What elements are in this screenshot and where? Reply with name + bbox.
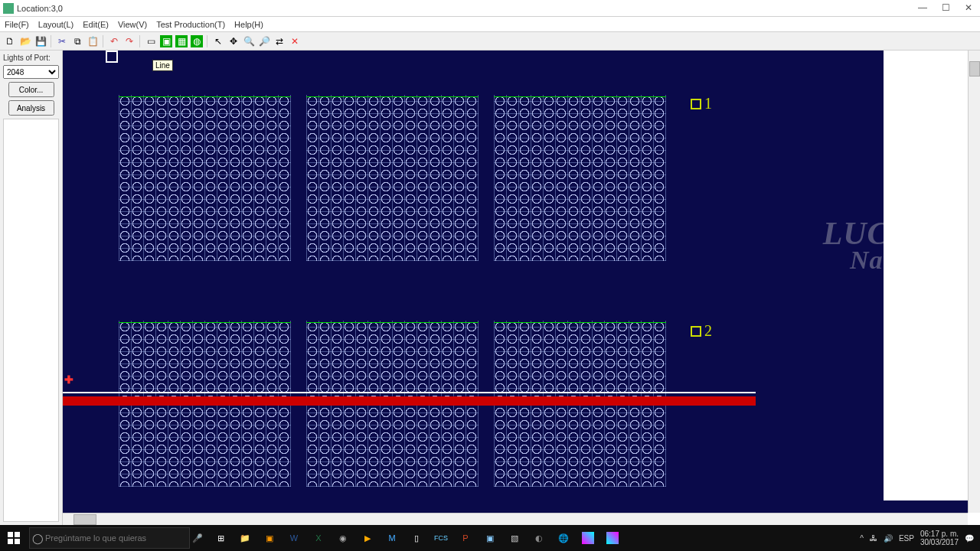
powerpoint-icon[interactable]: P <box>453 525 478 551</box>
tray-network-icon[interactable]: 🖧 <box>870 534 877 543</box>
sidebar-listbox[interactable] <box>3 119 59 522</box>
zoom-out-icon[interactable]: 🔎 <box>258 35 270 47</box>
menu-layout[interactable]: Layout(L) <box>34 18 78 31</box>
open-icon[interactable]: 📂 <box>19 35 31 47</box>
file-explorer-icon[interactable]: 📁 <box>233 525 257 551</box>
marker-number: 2 <box>704 322 712 340</box>
app-icon[interactable] <box>600 525 625 551</box>
region-marker-2[interactable]: 2 <box>691 322 712 340</box>
separator <box>51 35 52 47</box>
green-tool-2-icon[interactable]: ▦ <box>175 35 188 47</box>
led-panel-group-1 <box>119 95 666 261</box>
separator <box>139 35 141 47</box>
green-tool-3-icon[interactable]: ◍ <box>191 35 203 47</box>
app-icon[interactable]: ▶ <box>355 525 380 551</box>
cut-icon[interactable]: ✂ <box>56 35 68 47</box>
sidebar: Lights of Port: 2048 Color... Analysis <box>0 51 63 525</box>
window-title: Location:3,0 <box>17 4 911 13</box>
select-icon[interactable]: ▭ <box>145 35 157 47</box>
cortana-icon[interactable]: ◯ <box>30 533 45 544</box>
menu-test-production[interactable]: Test Production(T) <box>152 18 230 31</box>
origin-cross-icon: ✚ <box>64 373 74 386</box>
marker-square-icon <box>691 99 701 109</box>
menu-view[interactable]: View(V) <box>113 18 152 31</box>
app-icon[interactable]: ◐ <box>527 525 551 551</box>
canvas-selection-handle[interactable] <box>106 51 118 63</box>
svg-rect-0 <box>8 532 13 537</box>
taskbar: ◯ 🎤 ⊞ 📁 ▣ W X ◉ ▶ M ▯ FCS P ▣ ▧ ◐ 🌐 ^ 🖧 … <box>0 525 980 551</box>
app-icon[interactable]: ▯ <box>404 525 429 551</box>
tray-language[interactable]: ESP <box>899 534 914 543</box>
zoom-in-icon[interactable]: 🔍 <box>243 35 255 47</box>
move-icon[interactable]: ✥ <box>227 35 240 47</box>
word-icon[interactable]: W <box>282 525 306 551</box>
separator <box>103 35 104 47</box>
svg-rect-1 <box>15 532 20 537</box>
marker-number: 1 <box>704 95 712 112</box>
paste-icon[interactable]: 📋 <box>87 35 99 47</box>
menu-help[interactable]: Help(H) <box>230 18 268 31</box>
marker-square-icon <box>691 326 701 337</box>
link-icon[interactable]: ⇄ <box>273 35 286 47</box>
app-icon[interactable] <box>576 525 600 551</box>
green-tool-1-icon[interactable]: ▣ <box>160 35 172 47</box>
taskbar-search[interactable]: ◯ <box>29 527 190 549</box>
port-select[interactable]: 2048 <box>3 65 59 79</box>
new-icon[interactable]: 🗋 <box>4 35 16 47</box>
app-icon[interactable]: ▣ <box>257 525 282 551</box>
tray-chevron-icon[interactable]: ^ <box>860 534 864 543</box>
color-button[interactable]: Color... <box>8 82 54 97</box>
delete-icon[interactable]: ✕ <box>289 35 301 47</box>
led-panel[interactable] <box>494 95 666 261</box>
horizontal-scrollbar[interactable] <box>63 513 968 525</box>
analysis-button[interactable]: Analysis <box>8 100 54 116</box>
tooltip-line: Line <box>152 60 173 71</box>
separator <box>207 35 208 47</box>
app-icon[interactable]: ▣ <box>478 525 502 551</box>
chrome-icon[interactable]: 🌐 <box>551 525 576 551</box>
tray-clock[interactable]: 06:17 p. m. 30/03/2017 <box>920 530 959 546</box>
task-view-icon[interactable]: ⊞ <box>208 525 233 551</box>
scrollbar-thumb[interactable] <box>74 514 96 525</box>
undo-icon[interactable]: ↶ <box>108 35 120 47</box>
region-marker-1[interactable]: 1 <box>691 95 712 112</box>
search-input[interactable] <box>45 533 189 543</box>
app-icon[interactable]: FCS <box>429 525 453 551</box>
led-panel[interactable] <box>119 95 291 261</box>
minimize-button[interactable]: — <box>911 0 934 17</box>
excel-icon[interactable]: X <box>306 525 331 551</box>
steam-icon[interactable]: ◉ <box>331 525 355 551</box>
app-icon[interactable]: ▧ <box>502 525 527 551</box>
maximize-button[interactable]: ☐ <box>934 0 957 17</box>
svg-rect-3 <box>15 539 20 544</box>
design-canvas[interactable]: Line 1 2 ✚ LUCES <box>63 51 968 513</box>
right-blank-panel <box>884 51 968 500</box>
vertical-scrollbar[interactable] <box>968 51 980 513</box>
svg-rect-2 <box>8 539 13 544</box>
lights-of-port-label: Lights of Port: <box>3 54 59 62</box>
led-panel[interactable] <box>306 95 479 261</box>
save-icon[interactable]: 💾 <box>34 35 47 47</box>
menu-file[interactable]: File(F) <box>0 18 34 31</box>
redo-icon[interactable]: ↷ <box>123 35 136 47</box>
notifications-icon[interactable]: 💬 <box>965 534 974 543</box>
menu-edit[interactable]: Edit(E) <box>78 18 113 31</box>
tray-volume-icon[interactable]: 🔊 <box>884 534 893 543</box>
scrollbar-thumb[interactable] <box>969 61 980 77</box>
app-icon[interactable]: M <box>380 525 404 551</box>
copy-icon[interactable]: ⧉ <box>71 35 83 47</box>
selection-bar[interactable] <box>63 396 756 406</box>
pointer-icon[interactable]: ↖ <box>212 35 224 47</box>
app-icon <box>3 3 14 14</box>
mic-icon[interactable]: 🎤 <box>190 533 205 543</box>
start-button[interactable] <box>0 525 28 551</box>
drawn-line[interactable] <box>63 392 756 393</box>
close-button[interactable]: ✕ <box>957 0 980 17</box>
